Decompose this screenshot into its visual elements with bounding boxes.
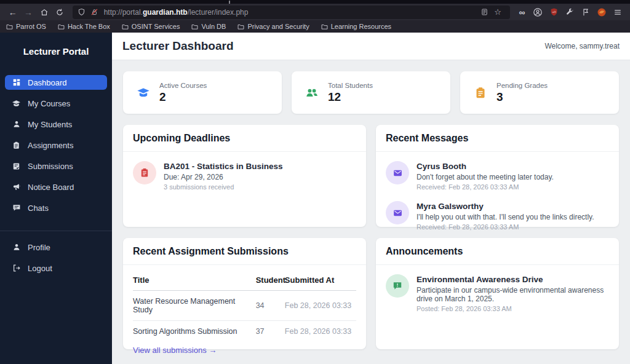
bookmark-vuln-db[interactable]: Vuln DB: [191, 23, 226, 30]
card-title: Upcoming Deadlines: [123, 125, 366, 152]
sidebar-nav: Dashboard My Courses My Students Assignm…: [0, 75, 112, 221]
sidebar-item-label: Notice Board: [28, 183, 74, 192]
announcement-body: Participate in our campus-wide environme…: [417, 286, 609, 303]
folder-icon: [237, 23, 244, 30]
person-icon: [12, 120, 21, 129]
url-text: http://portal.guardian.htb/lecturer/inde…: [104, 8, 249, 17]
bookmark-parrot-os[interactable]: Parrot OS: [6, 23, 46, 30]
menu-icon[interactable]: [612, 6, 624, 18]
stat-value: 2: [159, 90, 207, 104]
message-sender: Cyrus Booth: [417, 161, 554, 171]
deadline-note: 3 submissions received: [164, 183, 283, 191]
insecure-lock-icon[interactable]: [90, 7, 100, 17]
back-icon[interactable]: ←: [7, 7, 18, 18]
recent-messages-card: Recent Messages Cyrus Booth Don't forget…: [376, 125, 619, 227]
stat-label: Active Courses: [159, 82, 207, 89]
bookmark-privacy-security[interactable]: Privacy and Security: [237, 23, 309, 30]
browser-toolbar: ← → http://portal.guardian.htb/lecturer/…: [0, 4, 630, 20]
stat-card-total-students: Total Students 12: [292, 71, 450, 114]
extension-flag-icon[interactable]: [580, 6, 592, 18]
foxyproxy-icon[interactable]: [596, 6, 608, 18]
bookmark-label: Hack The Box: [68, 23, 110, 30]
stat-card-active-courses: Active Courses 2: [123, 71, 282, 114]
submission-date: Feb 28, 2026 03:33: [285, 291, 356, 321]
url-bar[interactable]: http://portal.guardian.htb/lecturer/inde…: [73, 6, 510, 19]
sidebar-item-profile[interactable]: Profile: [5, 240, 107, 255]
sidebar: Lecturer Portal Dashboard My Courses My …: [0, 33, 112, 364]
sidebar-item-logout[interactable]: Logout: [5, 261, 107, 275]
message-sender: Myra Galsworthy: [417, 201, 594, 211]
wrench-icon[interactable]: [564, 6, 576, 18]
submission-title: Sorting Algorithms Submission: [133, 321, 256, 342]
sidebar-item-label: Chats: [28, 204, 49, 213]
sidebar-item-label: My Courses: [28, 99, 70, 108]
infinity-extension-icon[interactable]: ∞: [516, 6, 528, 18]
table-row: Water Resource Management Study 34 Feb 2…: [133, 291, 356, 321]
profile-icon: [12, 243, 21, 252]
sidebar-item-label: Logout: [28, 264, 52, 273]
bookmark-label: OSINT Services: [132, 23, 180, 30]
sidebar-item-label: Dashboard: [28, 78, 67, 87]
announcements-card: Announcements Environmental Awareness Dr…: [376, 238, 619, 349]
bookmark-hack-the-box[interactable]: Hack The Box: [58, 23, 110, 30]
bookmark-label: Privacy and Security: [247, 23, 309, 30]
sidebar-item-notice-board[interactable]: Notice Board: [5, 180, 107, 194]
sidebar-title: Lecturer Portal: [0, 40, 112, 61]
dashboard-content: Active Courses 2 Total Students 12: [112, 60, 630, 364]
view-all-submissions-link[interactable]: View all submissions →: [133, 346, 217, 355]
sidebar-item-label: My Students: [28, 120, 72, 129]
bookmark-osint-services[interactable]: OSINT Services: [122, 23, 180, 30]
card-title: Announcements: [376, 238, 619, 265]
announcement-item: Environmental Awareness Drive Participat…: [376, 265, 619, 312]
card-title: Recent Messages: [376, 125, 619, 152]
stat-value: 12: [328, 90, 373, 104]
sidebar-item-assignments[interactable]: Assignments: [5, 138, 107, 152]
bookmark-label: Vuln DB: [201, 23, 226, 30]
submission-student: 37: [256, 321, 285, 342]
stat-card-pending-grades: Pending Grades 3: [460, 71, 619, 114]
deadline-clipboard-icon: [133, 161, 156, 184]
announcement-title: Environmental Awareness Drive: [417, 274, 609, 284]
tab-strip: [0, 0, 630, 4]
ublock-shield-icon[interactable]: uO: [548, 6, 560, 18]
clipboard-icon: [474, 86, 487, 100]
page-title: Lecturer Dashboard: [122, 39, 234, 53]
column-header-title: Title: [133, 269, 256, 291]
megaphone-icon: [12, 183, 21, 192]
sidebar-item-label: Profile: [28, 243, 50, 252]
bookmarks-bar: Parrot OS Hack The Box OSINT Services Vu…: [0, 20, 630, 33]
column-header-submitted-at: Submitted At: [285, 269, 356, 291]
deadline-item: BA201 - Statistics in Business Due: Apr …: [123, 152, 366, 191]
folder-icon: [191, 23, 198, 30]
envelope-icon: [386, 161, 409, 184]
home-icon[interactable]: [39, 7, 49, 18]
sidebar-item-label: Assignments: [28, 141, 73, 150]
clipboard-icon: [12, 141, 21, 150]
bookmark-star-icon[interactable]: ☆: [493, 7, 503, 17]
message-preview: Don't forget about the meeting later tod…: [417, 173, 554, 181]
account-icon[interactable]: [532, 6, 544, 18]
sidebar-item-dashboard[interactable]: Dashboard: [5, 75, 107, 90]
sidebar-item-submissions[interactable]: Submissions: [5, 159, 107, 173]
sidebar-item-my-students[interactable]: My Students: [5, 117, 107, 132]
recent-submissions-card: Recent Assignment Submissions Title Stud…: [123, 238, 366, 349]
page-header: Lecturer Dashboard Welcome, sammy.treat: [112, 33, 630, 60]
chat-bubble-icon: [12, 204, 21, 213]
sidebar-item-my-courses[interactable]: My Courses: [5, 96, 107, 111]
message-received: Received: Feb 28, 2026 03:33 AM: [417, 223, 594, 231]
stat-label: Pending Grades: [496, 82, 548, 89]
reload-icon[interactable]: [54, 7, 65, 18]
reader-mode-icon[interactable]: [480, 7, 490, 17]
bookmark-learning-resources[interactable]: Learning Resources: [321, 23, 391, 30]
forward-icon[interactable]: →: [23, 7, 33, 18]
shield-icon[interactable]: [77, 7, 87, 17]
upcoming-deadlines-card: Upcoming Deadlines BA201 - Statistics in…: [123, 125, 366, 227]
submission-student: 34: [256, 291, 285, 321]
submission-title: Water Resource Management Study: [133, 291, 256, 321]
announcement-posted: Posted: Feb 28, 2026 03:33 AM: [417, 305, 609, 312]
folder-icon: [321, 23, 328, 30]
toolbar-extensions: ∞ uO: [516, 6, 624, 18]
submissions-table: Title Student Submitted At Water Resourc…: [133, 269, 356, 342]
message-preview: I'll help you out with that. I'll send y…: [417, 213, 594, 221]
sidebar-item-chats[interactable]: Chats: [5, 200, 107, 215]
